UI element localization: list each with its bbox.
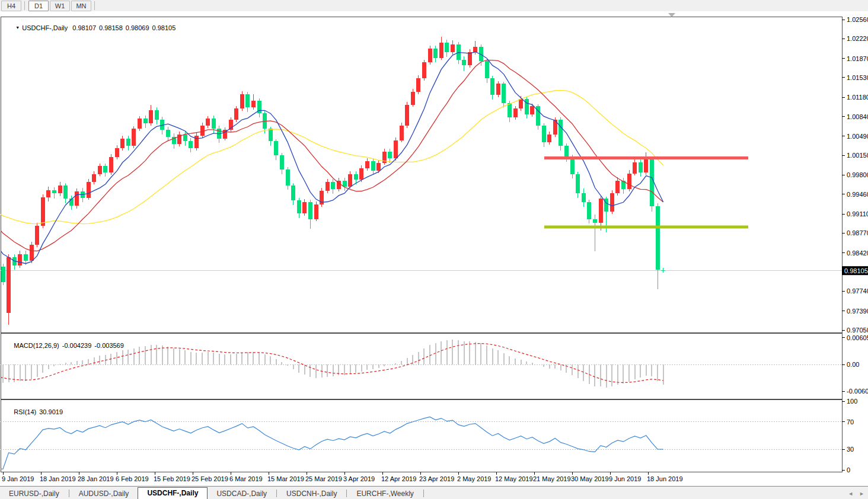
rsi-value: 30.9019	[39, 408, 63, 415]
price-axis-label: 0.99800	[847, 171, 868, 178]
price-axis-label: 0.97390	[847, 308, 868, 315]
ohlc-open: 0.98107	[72, 24, 96, 31]
current-price-label: 0.98105	[844, 267, 868, 274]
price-axis-label: 1.01530	[847, 74, 868, 81]
macd-indicator-label: MACD(12,26,9)-0.004239-0.003569	[3, 335, 124, 356]
time-axis-label: 12 Apr 2019	[381, 475, 416, 482]
tab-separator	[276, 490, 277, 497]
trading-terminal-window: H4D1W1MN 1.025601.022201.018701.015301.0…	[0, 0, 868, 499]
rsi-axis: 10070300	[842, 398, 857, 474]
price-axis-label: 0.99460	[847, 191, 868, 198]
symbol-dropdown-icon[interactable]: ▼	[15, 25, 20, 30]
time-axis[interactable]: 9 Jan 201918 Jan 201928 Jan 20196 Feb 20…	[2, 472, 683, 482]
price-axis-label: 1.01870	[847, 55, 868, 62]
tab-scroll-left-icon[interactable]: ◄	[848, 491, 853, 497]
time-axis-label: 15 Mar 2019	[267, 475, 304, 482]
macd-signal-value: -0.003569	[94, 342, 124, 349]
time-axis-label: 9 Jun 2019	[609, 475, 641, 482]
timeframe-button-d1[interactable]: D1	[28, 1, 49, 11]
time-axis-label: 12 May 2019	[495, 475, 533, 482]
tab-usdchf-daily[interactable]: USDCHF-,Daily	[138, 487, 208, 499]
rsi-axis-label: 70	[847, 418, 854, 426]
macd-name: MACD(12,26,9)	[14, 342, 59, 349]
price-axis-label: 1.01180	[847, 94, 868, 101]
time-axis-label: 23 Apr 2019	[419, 475, 454, 482]
time-axis-label: 18 Jun 2019	[647, 475, 683, 482]
price-axis-label: 1.02560	[847, 16, 868, 23]
ohlc-close: 0.98105	[152, 24, 176, 31]
price-axis-label: 1.00490	[847, 133, 868, 140]
price-axis-label: 1.00840	[847, 113, 868, 120]
macd-axis-label: 0.006058	[847, 334, 868, 341]
tab-eurchf-weekly[interactable]: EURCHF-,Weekly	[347, 489, 422, 499]
tab-usdcnh-daily[interactable]: USDCNH-,Daily	[277, 489, 346, 499]
tab-usdcad-daily[interactable]: USDCAD-,Daily	[208, 489, 276, 499]
price-axis-label: 0.98420	[847, 250, 868, 257]
price-axis-label: 0.97050	[847, 327, 868, 334]
time-axis-label: 25 Mar 2019	[305, 475, 342, 482]
rsi-name: RSI(14)	[14, 408, 36, 415]
macd-axis-label: 0.00	[847, 361, 859, 368]
time-axis-label: 9 Jan 2019	[2, 475, 34, 482]
timeframe-button-h4[interactable]: H4	[1, 1, 21, 11]
rsi-indicator-label: RSI(14)30.9019	[3, 401, 63, 423]
time-axis-label: 6 Feb 2019	[116, 475, 149, 482]
time-axis-label: 18 Jan 2019	[40, 475, 76, 482]
rsi-axis-label: 0	[847, 466, 850, 474]
time-axis-label: 25 Feb 2019	[192, 475, 228, 482]
price-axis-label: 0.98770	[847, 229, 868, 236]
tab-separator	[69, 490, 69, 497]
toolbar-separator	[24, 1, 25, 10]
price-axis-label: 1.02220	[847, 35, 868, 42]
macd-axis: 0.0060580.00-0.006096	[842, 334, 868, 395]
tab-eurusd-daily[interactable]: EURUSD-,Daily	[0, 489, 68, 499]
tab-scroll-right-icon[interactable]: ►	[859, 491, 864, 497]
price-axis-label: 0.97740	[847, 287, 868, 295]
ohlc-low: 0.98069	[126, 24, 149, 31]
symbol-tab-bar: EURUSD-,DailyAUDUSD-,DailyUSDCHF-,DailyU…	[0, 486, 868, 499]
chart-canvas[interactable]: 1.025601.022201.018701.015301.011801.008…	[0, 11, 868, 486]
time-axis-label: 3 Apr 2019	[343, 475, 375, 482]
price-axis-label: 0.99110	[847, 210, 868, 217]
toolbar-separator	[94, 1, 95, 10]
time-axis-label: 28 Jan 2019	[78, 475, 114, 482]
price-axis-label: 1.00150	[847, 152, 868, 159]
timeframe-toolbar: H4D1W1MN	[0, 0, 868, 12]
rsi-axis-label: 30	[847, 446, 854, 453]
tab-separator	[346, 490, 347, 497]
time-axis-label: 30 May 2019	[571, 475, 609, 482]
tab-scroll-arrows: ◄ ►	[848, 491, 864, 497]
rsi-axis-label: 100	[847, 398, 857, 405]
timeframe-button-w1[interactable]: W1	[50, 1, 70, 11]
time-axis-label: 2 May 2019	[457, 475, 491, 482]
main-chart-panel	[1, 17, 843, 333]
rsi-panel	[1, 400, 843, 472]
chart-region: 1.025601.022201.018701.015301.011801.008…	[0, 11, 868, 486]
ohlc-high: 0.98158	[99, 24, 123, 31]
symbol-label: USDCHF-,Daily	[22, 24, 68, 31]
time-axis-label: 21 May 2019	[533, 475, 571, 482]
macd-main-value: -0.004239	[62, 342, 92, 349]
price-axis[interactable]: 1.025601.022201.018701.015301.011801.008…	[842, 16, 868, 334]
timeframe-button-mn[interactable]: MN	[71, 1, 91, 11]
macd-panel	[1, 334, 843, 399]
time-axis-label: 6 Mar 2019	[229, 475, 263, 482]
tab-separator	[423, 490, 424, 497]
main-chart-title: ▼USDCHF-,Daily0.981070.981580.980690.981…	[5, 17, 175, 39]
chart-shift-marker-icon	[668, 13, 675, 17]
time-axis-label: 15 Feb 2019	[154, 475, 190, 482]
macd-axis-label: -0.006096	[847, 388, 868, 395]
tab-audusd-daily[interactable]: AUDUSD-,Daily	[70, 489, 138, 499]
